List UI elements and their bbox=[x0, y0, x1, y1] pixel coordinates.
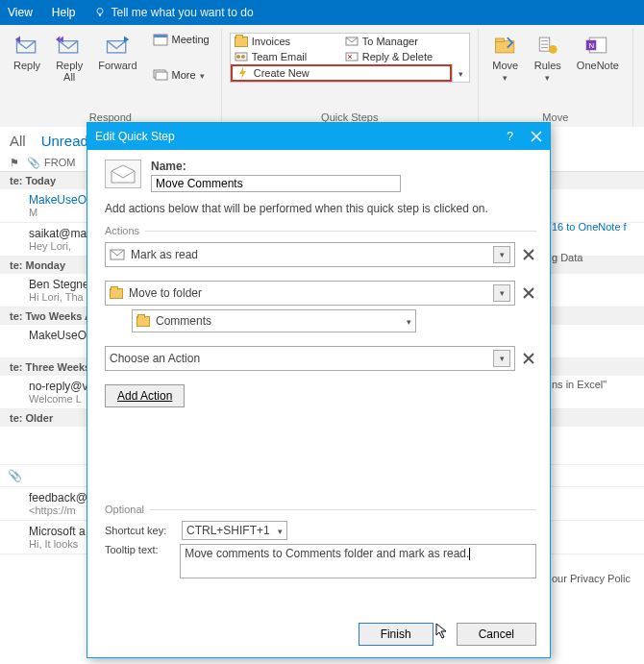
tell-me-search[interactable]: Tell me what you want to do bbox=[94, 6, 253, 19]
flag-column-icon: ⚑ bbox=[10, 157, 23, 169]
svg-rect-15 bbox=[495, 38, 504, 42]
dialog-title: Edit Quick Step bbox=[95, 130, 175, 143]
qs-team-email[interactable]: Team Email bbox=[231, 49, 341, 64]
move-folder-icon bbox=[492, 33, 519, 58]
chevron-down-icon bbox=[493, 246, 510, 263]
quick-steps-gallery: Invoices To Manager Team Email Reply & D… bbox=[230, 33, 470, 83]
lightning-icon bbox=[236, 67, 250, 79]
lightbulb-icon bbox=[94, 7, 106, 18]
reply-delete-icon bbox=[345, 52, 359, 61]
reply-all-button[interactable]: Reply All bbox=[50, 31, 88, 85]
forward-icon bbox=[104, 33, 131, 58]
instruction-text: Add actions below that will be performed… bbox=[105, 202, 536, 215]
reply-icon bbox=[13, 33, 40, 58]
svg-rect-6 bbox=[154, 35, 167, 37]
chevron-down-icon bbox=[545, 71, 550, 84]
move-label: Move bbox=[492, 60, 518, 71]
quickstep-icon-picker[interactable] bbox=[105, 160, 141, 188]
folder-icon bbox=[110, 288, 123, 299]
name-input[interactable] bbox=[151, 175, 401, 192]
svg-rect-1 bbox=[99, 14, 101, 16]
svg-point-12 bbox=[241, 55, 245, 59]
chevron-down-icon bbox=[503, 71, 508, 84]
action-3-select[interactable]: Choose an Action bbox=[105, 346, 515, 371]
tooltip-input[interactable]: Move comments to Comments folder and mar… bbox=[180, 544, 536, 578]
forward-small-icon bbox=[345, 37, 359, 46]
qs-to-manager[interactable]: To Manager bbox=[341, 34, 452, 49]
move-button[interactable]: Move bbox=[486, 31, 525, 86]
team-icon bbox=[235, 52, 248, 61]
action-1-select[interactable]: Mark as read bbox=[105, 242, 515, 267]
cursor-icon bbox=[435, 623, 449, 640]
finish-button[interactable]: Finish bbox=[359, 623, 433, 646]
preview-snippets: 16 to OneNote f g Data ns in Excel" our … bbox=[552, 163, 638, 584]
delete-action-1-button[interactable] bbox=[521, 247, 536, 262]
delete-action-2-button[interactable] bbox=[521, 285, 536, 301]
reply-button[interactable]: Reply bbox=[8, 31, 46, 73]
group-move: Move Rules N OneNote Move bbox=[479, 29, 633, 127]
qs-invoices[interactable]: Invoices bbox=[231, 34, 341, 49]
actions-section-label: Actions bbox=[105, 225, 536, 236]
svg-point-11 bbox=[236, 55, 240, 59]
reply-all-label-l2: All bbox=[63, 71, 75, 83]
chevron-down-icon bbox=[407, 314, 411, 328]
tooltip-label: Tooltip text: bbox=[105, 544, 172, 555]
more-icon bbox=[153, 69, 168, 81]
meeting-label: Meeting bbox=[172, 34, 210, 45]
optional-section-label: Optional bbox=[105, 504, 536, 515]
reply-all-label-l1: Reply bbox=[56, 60, 83, 71]
dialog-help-button[interactable]: ? bbox=[507, 130, 513, 143]
meeting-icon bbox=[153, 33, 168, 46]
more-button[interactable]: More bbox=[149, 67, 213, 83]
tab-help[interactable]: Help bbox=[52, 6, 76, 19]
chevron-down-icon bbox=[458, 66, 463, 80]
edit-quick-step-dialog: Edit Quick Step ? Name: Add actions belo… bbox=[87, 122, 551, 658]
reply-label: Reply bbox=[13, 60, 40, 71]
name-label: Name: bbox=[151, 160, 401, 173]
folder-icon bbox=[136, 316, 150, 327]
group-quick-steps: Invoices To Manager Team Email Reply & D… bbox=[222, 29, 479, 127]
chevron-down-icon bbox=[278, 524, 283, 537]
dialog-close-button[interactable] bbox=[531, 131, 542, 142]
forward-button[interactable]: Forward bbox=[92, 31, 142, 73]
tell-me-label: Tell me what you want to do bbox=[111, 6, 253, 19]
delete-action-3-button[interactable] bbox=[521, 351, 536, 366]
from-column-header[interactable]: FROM bbox=[44, 157, 75, 169]
create-new-label: Create New bbox=[254, 67, 310, 79]
group-tags: Unread/ Read bbox=[633, 29, 644, 127]
onenote-button[interactable]: N OneNote bbox=[571, 31, 625, 73]
rules-icon bbox=[534, 33, 561, 58]
folder-icon bbox=[235, 37, 248, 47]
action-2-select[interactable]: Move to folder bbox=[105, 281, 515, 306]
pivot-all[interactable]: All bbox=[10, 133, 26, 149]
qs-gallery-dropdown[interactable] bbox=[452, 64, 469, 82]
svg-rect-8 bbox=[156, 72, 167, 80]
chevron-down-icon bbox=[493, 350, 510, 367]
pivot-unread[interactable]: Unread bbox=[41, 133, 88, 149]
svg-point-17 bbox=[549, 45, 557, 54]
qs-reply-delete[interactable]: Reply & Delete bbox=[341, 49, 452, 64]
rules-label: Rules bbox=[534, 60, 561, 71]
action-2-folder-select[interactable]: Comments bbox=[132, 309, 416, 332]
cancel-button[interactable]: Cancel bbox=[457, 623, 536, 646]
onenote-label: OneNote bbox=[577, 60, 619, 71]
svg-point-0 bbox=[97, 9, 103, 14]
more-label: More bbox=[172, 69, 196, 81]
attachment-icon: 📎 bbox=[8, 469, 22, 482]
forward-label: Forward bbox=[98, 60, 136, 71]
qs-create-new[interactable]: Create New bbox=[231, 64, 452, 82]
shortcut-select[interactable]: CTRL+SHIFT+1 bbox=[182, 521, 287, 540]
app-titlebar: View Help Tell me what you want to do bbox=[0, 0, 644, 25]
tab-view[interactable]: View bbox=[8, 6, 33, 19]
meeting-button[interactable]: Meeting bbox=[149, 31, 213, 48]
chevron-down-icon bbox=[493, 284, 510, 302]
mark-read-icon bbox=[110, 249, 125, 260]
add-action-button[interactable]: Add Action bbox=[105, 384, 185, 407]
envelope-open-icon bbox=[111, 164, 136, 184]
shortcut-label: Shortcut key: bbox=[105, 525, 174, 536]
group-respond: Reply Reply All Forward Meeting More bbox=[0, 29, 222, 127]
svg-text:N: N bbox=[588, 41, 594, 50]
attachment-column-icon: 📎 bbox=[27, 157, 40, 169]
reply-all-icon bbox=[56, 33, 83, 58]
rules-button[interactable]: Rules bbox=[529, 31, 567, 86]
